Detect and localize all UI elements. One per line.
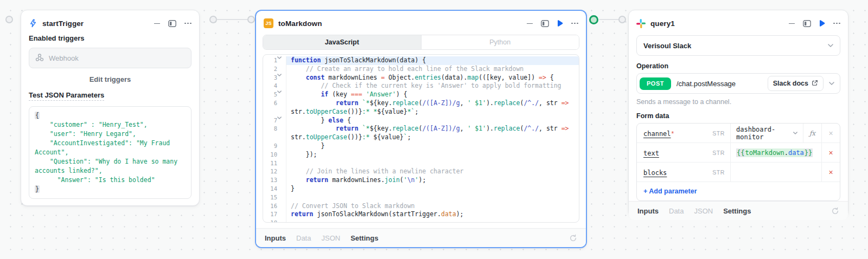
webhook-trigger-button[interactable]: Webhook bbox=[29, 48, 192, 68]
json-line[interactable]: "AccountInvestigated": "My Fraud Account… bbox=[35, 139, 186, 157]
edge-handle-connected[interactable] bbox=[589, 15, 598, 24]
edge-handle[interactable] bbox=[618, 16, 626, 23]
more-options-button[interactable] bbox=[833, 23, 840, 24]
footer-tabs: InputsDataJSONSettings bbox=[265, 234, 569, 242]
fx-toggle-button[interactable]: ƒx bbox=[803, 124, 821, 143]
remove-param-button[interactable]: × bbox=[821, 124, 840, 143]
footer-tab-inputs[interactable]: Inputs bbox=[265, 234, 286, 242]
code-line[interactable]: 7 } else { bbox=[263, 116, 579, 125]
node-query1[interactable]: query1 Verisoul Slack Op bbox=[628, 10, 848, 217]
code-line[interactable]: 5 if (key === 'Answer') { bbox=[263, 90, 579, 99]
code-line[interactable]: 13 return markdownLines.join('\n'); bbox=[263, 176, 579, 185]
node-footer: InputsDataJSONSettings bbox=[256, 228, 586, 247]
run-button[interactable] bbox=[819, 20, 825, 27]
node-to-markdown[interactable]: JS toMarkdown JavaScriptPython 1function… bbox=[255, 10, 587, 248]
run-button[interactable] bbox=[557, 20, 563, 27]
code-editor[interactable]: 1function jsonToSlackMarkdown(data) {2 /… bbox=[263, 54, 579, 223]
panel-layout-button[interactable] bbox=[803, 20, 811, 27]
test-json-editor[interactable]: { "customer" : "Henry_Test", "user": "He… bbox=[29, 106, 192, 199]
line-number: 1 bbox=[263, 56, 286, 65]
chevron-down-icon[interactable] bbox=[793, 132, 797, 134]
json-line[interactable]: "customer" : "Henry_Test", bbox=[35, 120, 186, 130]
line-number: 17 bbox=[263, 210, 286, 219]
param-value-input[interactable] bbox=[730, 163, 821, 182]
footer-tab-settings[interactable]: Settings bbox=[723, 207, 751, 215]
footer-tab-json[interactable]: JSON bbox=[694, 207, 713, 215]
node-start-trigger[interactable]: startTrigger Enabled triggers Webhook Ed… bbox=[21, 10, 200, 206]
param-type-badge[interactable]: STR bbox=[712, 169, 725, 176]
edge-handle[interactable] bbox=[247, 16, 255, 23]
form-row-channel: channel*STRdashboard-monitorƒx× bbox=[637, 124, 840, 143]
code-line[interactable]: 8 return `*${key.replace(/([A-Z])/g, ' $… bbox=[263, 125, 579, 142]
tab-python[interactable]: Python bbox=[421, 35, 579, 49]
lang-tabs: JavaScriptPython bbox=[263, 35, 579, 50]
chevron-down-icon[interactable] bbox=[829, 82, 834, 85]
add-parameter-button[interactable]: + Add parameter bbox=[637, 182, 840, 200]
param-key-cell: channel*STR bbox=[637, 124, 730, 143]
fold-icon[interactable] bbox=[277, 90, 285, 93]
slack-docs-button[interactable]: Slack docs bbox=[768, 76, 824, 91]
footer-tab-data[interactable]: Data bbox=[669, 207, 684, 215]
footer-tab-settings[interactable]: Settings bbox=[350, 234, 378, 242]
edge-handle[interactable] bbox=[5, 16, 13, 23]
webhook-label: Webhook bbox=[49, 54, 79, 62]
param-value-input[interactable]: {{toMarkdown.data}} bbox=[730, 143, 821, 162]
code-line[interactable]: 15 bbox=[263, 193, 579, 202]
param-key[interactable]: text bbox=[643, 148, 659, 158]
node-title: startTrigger bbox=[42, 20, 84, 28]
code-line[interactable]: 4 // Check if the current key is 'Answer… bbox=[263, 82, 579, 90]
param-key[interactable]: channel* bbox=[643, 128, 674, 138]
panel-layout-button[interactable] bbox=[541, 20, 549, 27]
code-line[interactable]: 16// Convert JSON to Slack markdown bbox=[263, 202, 579, 211]
operation-description: Sends a message to a channel. bbox=[636, 98, 840, 106]
more-options-button[interactable] bbox=[184, 23, 192, 24]
code-line[interactable]: 9 } bbox=[263, 142, 579, 151]
json-line[interactable]: "Question": "Why do I have so many accou… bbox=[35, 157, 186, 176]
json-line[interactable]: { bbox=[35, 111, 186, 120]
code-line[interactable]: 1function jsonToSlackMarkdown(data) { bbox=[263, 56, 579, 65]
code-line[interactable]: 14} bbox=[263, 185, 579, 193]
line-number: 2 bbox=[263, 65, 286, 74]
sync-icon[interactable] bbox=[569, 234, 577, 242]
code-line[interactable]: 6 return `*${key.replace(/([A-Z])/g, ' $… bbox=[263, 99, 579, 116]
resource-value: Verisoul Slack bbox=[643, 42, 691, 50]
sync-icon[interactable] bbox=[831, 207, 839, 215]
minimize-button[interactable] bbox=[154, 23, 160, 24]
remove-param-button[interactable]: × bbox=[821, 163, 840, 182]
line-number: 14 bbox=[263, 185, 286, 193]
minimize-button[interactable] bbox=[527, 23, 533, 24]
required-asterisk: * bbox=[672, 130, 674, 138]
fold-icon[interactable] bbox=[277, 74, 285, 76]
param-type-badge[interactable]: STR bbox=[712, 130, 725, 137]
panel-layout-button[interactable] bbox=[168, 20, 176, 27]
tab-javascript[interactable]: JavaScript bbox=[263, 35, 421, 49]
code-line[interactable]: 18 bbox=[263, 219, 579, 223]
param-key[interactable]: blocks bbox=[643, 167, 667, 177]
json-line[interactable]: "user": "Henry Legard", bbox=[35, 130, 186, 139]
code-line[interactable]: 10 }); bbox=[263, 151, 579, 159]
workflow-canvas[interactable]: startTrigger Enabled triggers Webhook Ed… bbox=[0, 0, 868, 259]
code-line[interactable]: 17return jsonToSlackMarkdown(startTrigge… bbox=[263, 210, 579, 219]
footer-tab-data[interactable]: Data bbox=[296, 234, 311, 242]
footer-tab-json[interactable]: JSON bbox=[321, 234, 340, 242]
footer-tab-inputs[interactable]: Inputs bbox=[637, 207, 659, 215]
code-line[interactable]: 2 // Create an array to hold each line o… bbox=[263, 65, 579, 74]
resource-select[interactable]: Verisoul Slack bbox=[636, 35, 840, 56]
json-line[interactable]: "Answer": "Is this bolded" bbox=[35, 176, 186, 185]
more-options-button[interactable] bbox=[571, 23, 578, 24]
operation-select[interactable]: POST /chat.postMessage Slack docs bbox=[636, 73, 840, 94]
edge-handle[interactable] bbox=[209, 16, 217, 23]
fold-icon[interactable] bbox=[277, 56, 285, 59]
line-number: 6 bbox=[263, 99, 286, 116]
remove-param-button[interactable]: × bbox=[821, 143, 840, 162]
edit-triggers-button[interactable]: Edit triggers bbox=[29, 75, 192, 83]
param-type-badge[interactable]: STR bbox=[712, 150, 725, 156]
param-value-input[interactable]: dashboard-monitor bbox=[730, 124, 803, 143]
json-line[interactable]: } bbox=[35, 185, 186, 194]
fold-icon[interactable] bbox=[277, 116, 285, 119]
minimize-button[interactable] bbox=[789, 23, 795, 24]
code-line[interactable]: 11 bbox=[263, 159, 579, 168]
code-line[interactable]: 12 // Join the lines with a newline char… bbox=[263, 167, 579, 176]
code-line[interactable]: 3 const markdownLines = Object.entries(d… bbox=[263, 74, 579, 82]
footer-tabs: InputsDataJSONSettings bbox=[637, 207, 831, 215]
